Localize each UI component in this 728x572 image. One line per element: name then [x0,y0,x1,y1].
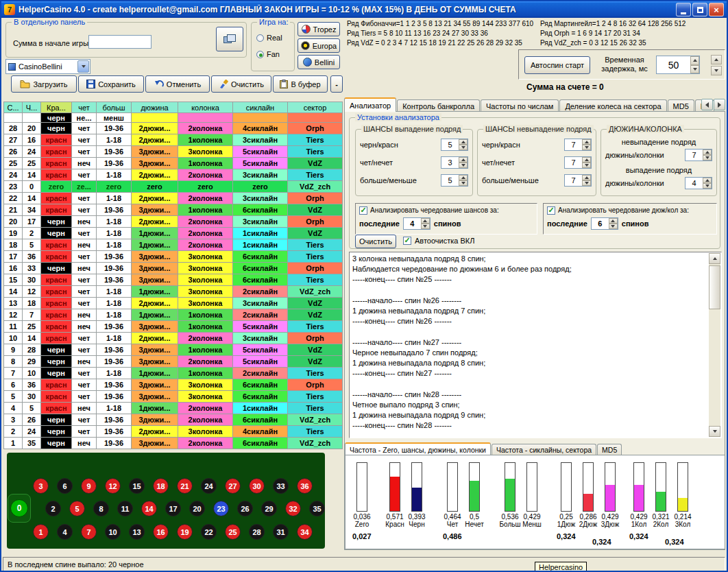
board-number[interactable]: 30 [249,478,265,494]
board-number[interactable]: 3 [33,478,49,494]
spin-edit[interactable]: 3 [441,156,468,169]
table-row[interactable]: 1736краснчет19-363дюжи...3колонка6сиклай… [4,251,343,263]
board-number[interactable]: 10 [105,524,121,540]
board-number[interactable]: 9 [81,478,97,494]
autoclear-checkbox[interactable] [403,237,411,245]
spin-down-button[interactable] [582,145,591,150]
spin-edit[interactable]: 5 [441,174,468,187]
tab-analyzer[interactable]: Анализатор [344,97,396,112]
spin-down-button[interactable] [703,155,712,160]
board-number[interactable]: 1 [33,524,49,540]
table-row[interactable]: 710чернчет1-181дюжи...1колонка2сиклайнTi… [4,368,343,379]
board-number[interactable]: 21 [177,478,193,494]
combo-dropdown-button[interactable] [77,60,89,73]
board-number[interactable]: 33 [273,478,289,494]
board-number[interactable]: 27 [225,478,241,494]
board-number[interactable]: 35 [309,501,325,516]
radio-real[interactable]: Real [256,34,282,42]
alt-dozens-checkbox[interactable] [547,206,555,215]
clear-button[interactable]: Очистить [211,75,271,93]
spin-edit[interactable]: 7 [564,156,592,169]
close-button[interactable]: × [709,3,724,16]
spin-down-button[interactable] [459,180,468,186]
tab-frequency-sectors[interactable]: Частота - сиклайны, сектора [492,444,596,455]
table-row[interactable]: 2624краснчет19-363дюжи...3колонка5сиклай… [4,146,343,158]
board-number[interactable]: 19 [177,524,193,540]
spin-up-button[interactable] [703,150,712,155]
board-number[interactable]: 17 [165,501,181,516]
table-row[interactable]: 829черннеч19-363дюжи...2колонка5сиклайнV… [4,356,343,368]
board-number[interactable]: 28 [249,524,265,540]
board-number[interactable]: 29 [261,501,277,516]
table-row[interactable]: 1014краснчет1-182дюжи...2колонка3сиклайн… [4,333,343,344]
undo-button[interactable]: Отменить [145,75,210,93]
table-row[interactable]: 1633черннеч19-363дюжи...3колонка6сиклайн… [4,263,343,274]
table-row[interactable]: 530краснчет19-363дюжи...3колонка6сиклайн… [4,391,343,403]
to-buffer-button[interactable]: В буфер [273,75,328,93]
log-clear-button[interactable]: Очистить [355,235,396,248]
start-sum-input[interactable] [88,35,151,49]
table-row[interactable]: 636краснчет19-363дюжи...3колонка6сиклайн… [4,379,343,391]
minimize-button[interactable] [676,3,691,16]
board-number[interactable]: 13 [129,524,145,540]
log-scrollbar[interactable] [709,253,720,437]
tab-frequency-main[interactable]: Частота - Zero, шансы, дюжины, колонки [345,442,491,455]
casino-combobox[interactable]: CasinoBellini [5,59,90,74]
delay-input[interactable]: 50 [656,56,700,74]
board-zero[interactable]: 0 [10,499,28,517]
spin-down-button[interactable] [703,183,712,189]
spin-down-button[interactable] [459,145,468,150]
table-row[interactable]: 2214краснчет1-182дюжи...2колонка3сиклайн… [4,193,343,204]
analyzer-log[interactable]: 3 колонка невыпадала подряд 8 спин; Набл… [349,252,722,438]
panel-spin-up-button[interactable] [711,55,722,64]
tabs-scroll-right-button[interactable] [714,99,725,110]
board-number[interactable]: 16 [153,524,169,540]
table-row[interactable]: 2017черннеч1-182дюжи...2колонка3сиклайнO… [4,216,343,228]
spin-up-button[interactable] [582,139,591,145]
radio-real-icon[interactable] [256,34,264,42]
scrollbar-thumb[interactable] [709,265,720,309]
board-number[interactable]: 15 [129,478,145,494]
board-number[interactable]: 23 [213,501,229,516]
table-row[interactable]: 127красннеч1-181дюжи...1колонка2сиклайнV… [4,309,343,321]
radio-fan-icon[interactable] [256,51,264,58]
table-row[interactable]: 2134краснчет19-363дюжи...1колонка6сиклай… [4,204,343,216]
spin-up-button[interactable] [582,175,591,180]
table-row[interactable]: 2820чернчет19-362дюжи...2колонка4сиклайн… [4,123,343,134]
table-row[interactable]: 2716краснчет1-182дюжи...1колонка3сиклайн… [4,134,343,146]
delay-spinner[interactable] [690,56,699,73]
table-row[interactable]: 1318краснчет1-182дюжи...3колонка3сиклайн… [4,298,343,309]
board-number[interactable]: 22 [201,524,217,540]
tabs-scroll-left-button[interactable] [701,99,713,110]
spin-down-button[interactable] [582,180,591,186]
tab-number-frequencies[interactable]: Частоты по числам [481,99,559,112]
load-button[interactable]: Загрузить [11,75,77,93]
board-number[interactable]: 4 [57,524,73,540]
table-row[interactable]: 2525красннеч19-363дюжи...1колонка5сиклай… [4,158,343,169]
board-number[interactable]: 25 [225,524,241,540]
board-number[interactable]: 32 [285,501,301,516]
tab-md5[interactable]: MD5 [668,99,694,112]
board-number[interactable]: 7 [81,524,97,540]
autoclear-row[interactable]: Автоочистка ВКЛ [403,237,474,245]
save-button[interactable]: Сохранить [78,75,144,93]
table-row[interactable]: 45красннеч1-181дюжи...2колонка1сиклайнTi… [4,403,343,414]
spin-edit[interactable]: 5 [441,139,468,151]
spin-down-button[interactable] [459,163,468,168]
spin-up-button[interactable] [609,218,618,224]
scroll-down-button[interactable] [709,426,720,437]
spin-up-button[interactable] [421,218,430,224]
board-number[interactable]: 18 [153,478,169,494]
casino-button-europa[interactable]: Europa [298,38,340,53]
autospin-start-button[interactable]: Автоспин старт [524,56,590,74]
board-number[interactable]: 24 [201,478,217,494]
table-row[interactable]: 135черннеч19-363дюжи...2колонка6сиклайнV… [4,438,343,449]
detach-panel-button[interactable] [216,27,243,51]
board-number[interactable]: 14 [141,501,157,516]
spin-up-button[interactable] [459,139,468,145]
table-row[interactable]: 230zeroze...zerozerozerozeroVdZ_zch [4,181,343,193]
table-row[interactable]: 1412краснчет1-181дюжи...3колонка2сиклайн… [4,286,343,298]
spin-edit[interactable]: 7 [564,174,592,187]
casino-button-tropez[interactable]: Tropez [298,22,340,36]
panel-spin-down-button[interactable] [711,66,722,75]
